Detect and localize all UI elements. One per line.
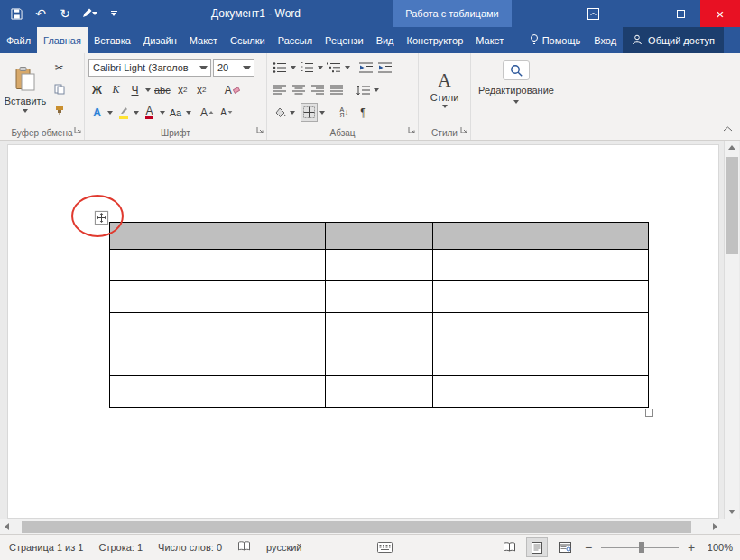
zoom-level[interactable]: 100%: [704, 542, 733, 553]
dialog-launcher-icon[interactable]: [256, 124, 264, 137]
table-cell[interactable]: [541, 281, 648, 313]
table-cell[interactable]: [541, 223, 648, 250]
line-spacing-icon[interactable]: [354, 80, 372, 99]
zoom-slider-thumb[interactable]: [639, 542, 644, 553]
dialog-launcher-icon[interactable]: [460, 124, 468, 137]
table-cell[interactable]: [110, 313, 217, 344]
share-button[interactable]: Общий доступ: [623, 27, 724, 53]
save-icon[interactable]: [7, 4, 25, 23]
vertical-scrollbar[interactable]: [724, 141, 739, 519]
table-cell[interactable]: [541, 376, 648, 408]
table-cell[interactable]: [541, 250, 648, 281]
align-center-icon[interactable]: [290, 80, 307, 99]
multilevel-list-icon[interactable]: [325, 58, 343, 77]
scroll-right-icon[interactable]: [713, 523, 717, 530]
tab-file[interactable]: Файл: [0, 27, 37, 53]
scroll-down-icon[interactable]: [728, 510, 735, 514]
undo-icon[interactable]: ↶: [32, 4, 50, 23]
italic-button[interactable]: К: [107, 80, 125, 99]
table-cell[interactable]: [433, 250, 541, 281]
numbering-icon[interactable]: [298, 58, 316, 77]
dialog-launcher-icon[interactable]: [408, 124, 416, 137]
dialog-launcher-icon[interactable]: [74, 124, 82, 137]
table-cell[interactable]: [325, 281, 432, 313]
shading-icon[interactable]: [271, 103, 288, 122]
cut-icon[interactable]: ✂: [51, 58, 68, 77]
pilcrow-icon[interactable]: ¶: [355, 103, 372, 122]
table-cell[interactable]: [217, 344, 325, 376]
table-cell[interactable]: [433, 313, 541, 344]
justify-icon[interactable]: [328, 80, 345, 99]
superscript-button[interactable]: x2: [193, 80, 210, 99]
draw-icon[interactable]: [80, 4, 98, 23]
tab-layout[interactable]: Макет: [183, 27, 224, 53]
align-right-icon[interactable]: [309, 80, 326, 99]
increase-indent-icon[interactable]: [376, 58, 393, 77]
document-table[interactable]: [109, 222, 649, 408]
web-layout-icon[interactable]: [554, 537, 576, 557]
align-left-icon[interactable]: [271, 80, 288, 99]
table-cell[interactable]: [433, 376, 541, 408]
minimize-button[interactable]: [621, 0, 661, 27]
tab-review[interactable]: Рецензи: [319, 27, 370, 53]
table-cell[interactable]: [110, 223, 217, 250]
table-cell[interactable]: [110, 281, 217, 313]
find-button[interactable]: [503, 60, 530, 80]
horizontal-scrollbar[interactable]: [0, 519, 740, 534]
table-cell[interactable]: [325, 344, 432, 376]
collapse-ribbon-icon[interactable]: [723, 122, 733, 134]
scroll-left-icon[interactable]: [5, 523, 9, 530]
tab-home[interactable]: Главная: [37, 27, 88, 53]
table-cell[interactable]: [110, 250, 217, 281]
table-cell[interactable]: [433, 281, 541, 313]
table-cell[interactable]: [110, 376, 217, 408]
strikethrough-button[interactable]: abc: [153, 80, 172, 99]
table-move-handle[interactable]: [95, 211, 108, 225]
clear-formatting-button[interactable]: А: [223, 80, 242, 99]
line-indicator[interactable]: Строка: 1: [98, 542, 143, 553]
tab-references[interactable]: Ссылки: [224, 27, 272, 53]
horizontal-scroll-thumb[interactable]: [22, 521, 691, 533]
tab-table-design[interactable]: Конструктор: [401, 27, 470, 53]
tab-mailings[interactable]: Рассыл: [272, 27, 319, 53]
copy-icon[interactable]: [51, 79, 68, 98]
maximize-button[interactable]: [661, 0, 700, 27]
font-size-combo[interactable]: 20: [213, 59, 254, 77]
font-name-combo[interactable]: Calibri Light (Заголов: [88, 59, 211, 77]
scroll-up-icon[interactable]: [728, 145, 735, 150]
table-cell[interactable]: [541, 344, 648, 376]
table-cell[interactable]: [325, 376, 432, 408]
document-page[interactable]: [7, 144, 719, 519]
table-cell[interactable]: [541, 313, 648, 344]
customize-qat-icon[interactable]: [105, 4, 123, 23]
table-cell[interactable]: [325, 223, 432, 250]
tab-design[interactable]: Дизайн: [137, 27, 183, 53]
table-cell[interactable]: [217, 313, 325, 344]
close-button[interactable]: ×: [700, 0, 740, 27]
borders-icon[interactable]: [301, 103, 318, 122]
table-cell[interactable]: [217, 250, 325, 281]
editing-label[interactable]: Редактирование: [478, 85, 554, 96]
bullets-icon[interactable]: [271, 58, 289, 77]
styles-button[interactable]: А Стили: [424, 56, 466, 123]
zoom-out-button[interactable]: −: [582, 540, 595, 555]
shrink-font-button[interactable]: А: [218, 103, 236, 122]
language-indicator[interactable]: русский: [266, 542, 301, 553]
vertical-scroll-thumb[interactable]: [726, 157, 738, 254]
table-cell[interactable]: [217, 376, 325, 408]
page-indicator[interactable]: Страница 1 из 1: [9, 542, 83, 553]
keyboard-icon[interactable]: [377, 542, 393, 555]
underline-button[interactable]: Ч: [126, 80, 143, 99]
sort-icon[interactable]: АЯ ↓: [336, 103, 353, 122]
table-cell[interactable]: [217, 223, 325, 250]
subscript-button[interactable]: x2: [174, 80, 191, 99]
table-cell[interactable]: [433, 344, 541, 376]
tab-view[interactable]: Вид: [370, 27, 401, 53]
tab-insert[interactable]: Вставка: [88, 27, 137, 53]
table-cell[interactable]: [110, 344, 217, 376]
print-layout-icon[interactable]: [526, 537, 548, 557]
bold-button[interactable]: Ж: [88, 80, 106, 99]
ribbon-display-options-icon[interactable]: [578, 0, 608, 27]
table-cell[interactable]: [433, 223, 541, 250]
text-effects-button[interactable]: А: [88, 103, 106, 122]
